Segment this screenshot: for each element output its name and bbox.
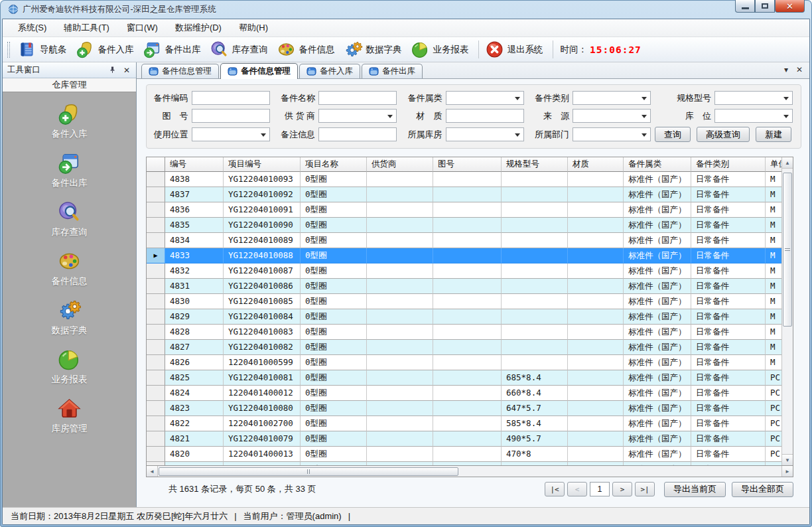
- toolbar-report-button[interactable]: 业务报表: [408, 38, 475, 60]
- table-cell[interactable]: 0型圈: [301, 340, 367, 355]
- table-cell[interactable]: 470*8: [502, 447, 568, 462]
- table-cell[interactable]: 4824: [165, 386, 224, 401]
- table-cell[interactable]: [367, 279, 433, 294]
- row-selector-cell[interactable]: [147, 416, 165, 431]
- table-cell[interactable]: 日常备件: [691, 187, 766, 202]
- table-cell[interactable]: 4820: [165, 447, 224, 462]
- column-header[interactable]: 编号: [165, 157, 224, 172]
- table-cell[interactable]: 0型圈: [301, 431, 367, 447]
- table-cell[interactable]: 标准件（国产）: [624, 264, 691, 279]
- table-cell[interactable]: 日常备件: [691, 264, 766, 279]
- table-cell[interactable]: 0型圈: [301, 355, 367, 370]
- table-row[interactable]: 482212204010027000型圈585*8.4标准件（国产）日常备件PC: [147, 416, 783, 431]
- row-selector-cell[interactable]: [147, 218, 165, 233]
- table-cell[interactable]: 日常备件: [691, 416, 766, 431]
- warehouse-select[interactable]: [446, 127, 524, 141]
- parts-name-input[interactable]: [318, 91, 397, 105]
- row-selector-cell[interactable]: [147, 233, 165, 248]
- table-cell[interactable]: [433, 279, 502, 294]
- table-cell[interactable]: 标准件（国产）: [624, 187, 691, 202]
- table-cell[interactable]: 标准件（国产）: [624, 340, 691, 355]
- table-cell[interactable]: [568, 233, 624, 248]
- pin-icon[interactable]: [107, 66, 117, 75]
- table-cell[interactable]: [367, 340, 433, 355]
- row-selector-cell[interactable]: [147, 187, 165, 202]
- table-cell[interactable]: [367, 172, 433, 187]
- table-cell[interactable]: YG12204010086: [224, 279, 301, 294]
- table-cell[interactable]: [433, 325, 502, 340]
- table-cell[interactable]: [568, 279, 624, 294]
- spec-model-select[interactable]: [714, 91, 793, 105]
- table-cell[interactable]: 0型圈: [301, 416, 367, 431]
- table-cell[interactable]: YG12204010084: [224, 309, 301, 325]
- table-cell[interactable]: [568, 218, 624, 233]
- table-cell[interactable]: [568, 294, 624, 309]
- table-cell[interactable]: YG12204010080: [224, 401, 301, 416]
- table-cell[interactable]: [367, 187, 433, 202]
- table-cell[interactable]: M: [766, 340, 783, 355]
- toolbar-navbar-button[interactable]: 导航条: [15, 38, 73, 60]
- table-cell[interactable]: [502, 340, 568, 355]
- table-cell[interactable]: 4821: [165, 431, 224, 447]
- table-cell[interactable]: 标准件（国产）: [624, 294, 691, 309]
- table-cell[interactable]: [433, 386, 502, 401]
- table-cell[interactable]: [433, 264, 502, 279]
- table-cell[interactable]: [502, 325, 568, 340]
- table-cell[interactable]: 标准件（国产）: [624, 447, 691, 462]
- toolbar-parts-outbound-button[interactable]: 备件出库: [140, 38, 207, 60]
- table-cell[interactable]: M: [766, 309, 783, 325]
- table-cell[interactable]: 0型圈: [301, 233, 367, 248]
- table-cell[interactable]: 标准件（国产）: [624, 431, 691, 447]
- table-cell[interactable]: YG12204010081: [224, 370, 301, 386]
- sidebar-item-warehouse[interactable]: 库房管理: [52, 396, 88, 435]
- toolbar-stock-query-button[interactable]: 库存查询: [207, 38, 274, 60]
- table-cell[interactable]: 标准件（国产）: [624, 309, 691, 325]
- table-cell[interactable]: 标准件（国产）: [624, 248, 691, 264]
- table-cell[interactable]: M: [766, 325, 783, 340]
- table-cell[interactable]: 685*8.4: [502, 370, 568, 386]
- table-cell[interactable]: 日常备件: [691, 340, 766, 355]
- table-cell[interactable]: YG12204010090: [224, 218, 301, 233]
- table-cell[interactable]: [367, 218, 433, 233]
- table-cell[interactable]: 日常备件: [691, 370, 766, 386]
- table-cell[interactable]: YG12204010085: [224, 294, 301, 309]
- table-cell[interactable]: PC: [766, 370, 783, 386]
- table-cell[interactable]: [568, 187, 624, 202]
- row-selector-cell[interactable]: [147, 294, 165, 309]
- table-cell[interactable]: 1220401400013: [224, 447, 301, 462]
- table-row[interactable]: 482612204010005990型圈标准件（国产）日常备件M: [147, 355, 783, 370]
- export-current-page-button[interactable]: 导出当前页: [664, 482, 726, 497]
- table-cell[interactable]: [433, 340, 502, 355]
- minimize-button[interactable]: [735, 0, 755, 13]
- table-row[interactable]: 482412204014000120型圈660*8.4标准件（国产）日常备件PC: [147, 386, 783, 401]
- first-page-button[interactable]: |<: [545, 482, 565, 496]
- table-cell[interactable]: 0型圈: [301, 172, 367, 187]
- table-cell[interactable]: [433, 431, 502, 447]
- table-cell[interactable]: PC: [766, 447, 783, 462]
- sidebar-item-stock-query[interactable]: 库存查询: [52, 200, 88, 238]
- table-row[interactable]: 4837YG122040100920型圈标准件（国产）日常备件M: [147, 187, 783, 202]
- table-cell[interactable]: [433, 218, 502, 233]
- table-cell[interactable]: 4826: [165, 355, 224, 370]
- sidebar-item-parts-info[interactable]: 备件信息: [52, 249, 88, 287]
- tab-parts-outbound[interactable]: 备件出库: [362, 64, 423, 78]
- column-header[interactable]: 图号: [433, 157, 502, 172]
- parts-code-input[interactable]: [192, 91, 270, 105]
- table-cell[interactable]: YG12204010083: [224, 325, 301, 340]
- table-cell[interactable]: 日常备件: [691, 431, 766, 447]
- table-row[interactable]: 4821YG122040100790型圈490*5.7标准件（国产）日常备件PC: [147, 431, 783, 447]
- table-cell[interactable]: 标准件（国产）: [624, 370, 691, 386]
- table-cell[interactable]: M: [766, 279, 783, 294]
- title-bar[interactable]: 广州爱奇迪软件科技有限公司-深田之星仓库管理系统 ✕: [2, 0, 810, 19]
- table-cell[interactable]: PC: [766, 386, 783, 401]
- scroll-up-icon[interactable]: ▲: [782, 157, 793, 169]
- new-button[interactable]: 新建: [756, 127, 791, 142]
- table-cell[interactable]: [433, 187, 502, 202]
- table-cell[interactable]: 0型圈: [301, 248, 367, 264]
- next-page-button[interactable]: >: [612, 482, 632, 496]
- table-row[interactable]: 4828YG122040100830型圈标准件（国产）日常备件M: [147, 325, 783, 340]
- table-cell[interactable]: 4832: [165, 264, 224, 279]
- table-cell[interactable]: 585*8.4: [502, 416, 568, 431]
- table-cell[interactable]: 4822: [165, 416, 224, 431]
- page-number-input[interactable]: 1: [590, 482, 610, 496]
